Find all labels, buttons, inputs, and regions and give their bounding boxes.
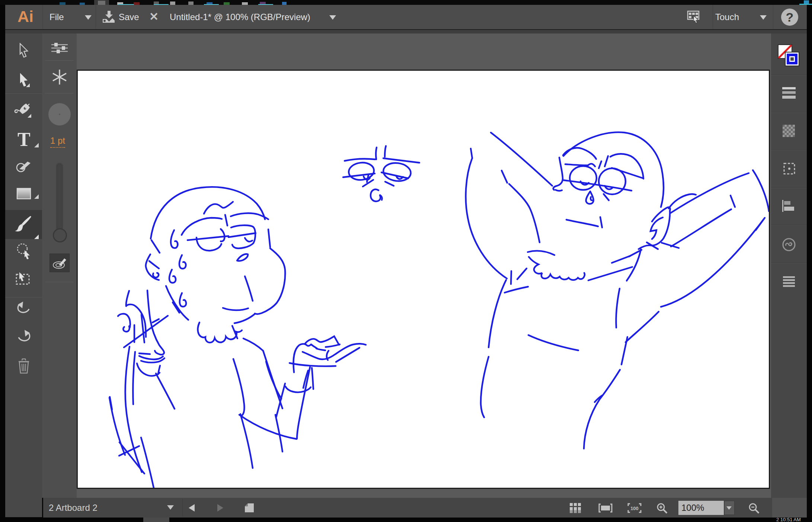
svg-text:100: 100: [630, 506, 639, 511]
